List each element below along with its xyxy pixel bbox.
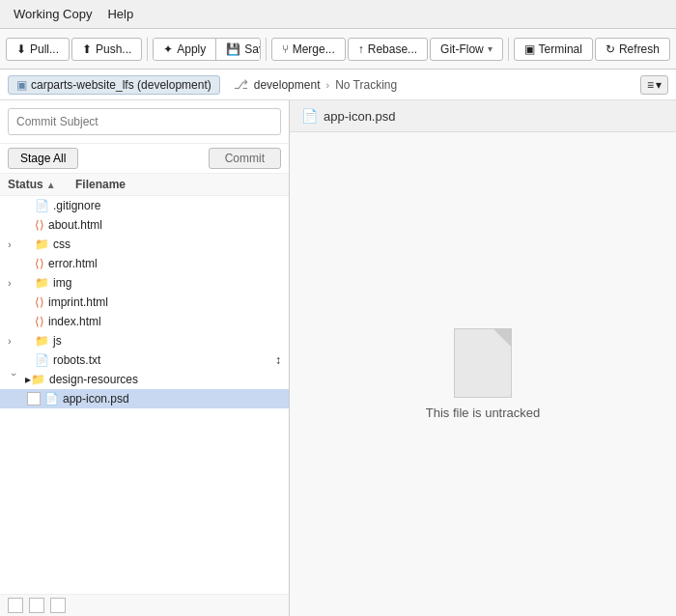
folder-open-icon: 📁 xyxy=(31,373,45,386)
main-content: Stage All Commit Status ▲ Filename 📄 .gi… xyxy=(0,100,676,616)
toolbar: ⬇ Pull... ⬆ Push... ✦ Apply 💾 Save ⑂ Mer… xyxy=(0,29,676,70)
file-preview-placeholder xyxy=(454,328,512,398)
merge-button[interactable]: ⑂ Merge... xyxy=(271,38,346,61)
push-icon: ⬆ xyxy=(82,42,92,56)
branch-path: ⎇ development › No Tracking xyxy=(226,77,634,92)
select-all-checkbox[interactable] xyxy=(8,598,23,613)
list-item[interactable]: ⟨⟩ error.html xyxy=(0,254,289,273)
separator xyxy=(508,38,509,61)
push-button[interactable]: ⬆ Push... xyxy=(71,38,142,61)
repo-tab[interactable]: ▣ carparts-website_lfs (development) xyxy=(8,75,220,95)
save-button[interactable]: 💾 Save xyxy=(216,39,261,60)
list-item[interactable]: › 📁 js xyxy=(0,331,289,350)
hamburger-icon: ≡ xyxy=(647,78,654,92)
right-file-icon: 📄 xyxy=(301,108,318,124)
untracked-label: This file is untracked xyxy=(426,406,541,420)
right-filename: app-icon.psd xyxy=(324,109,395,124)
folder-expand-icon: › xyxy=(9,373,20,386)
terminal-icon: ▣ xyxy=(524,42,535,56)
sort-icon: ▲ xyxy=(46,180,56,190)
file-checkbox[interactable] xyxy=(27,392,41,406)
refresh-button[interactable]: ↻ Refresh xyxy=(595,38,670,61)
branch-icon: ⎇ xyxy=(234,77,248,92)
list-item[interactable]: › 📁 css xyxy=(0,235,289,254)
right-panel-header: 📄 app-icon.psd xyxy=(290,100,676,132)
apply-button[interactable]: ✦ Apply xyxy=(154,39,216,60)
list-item[interactable]: › 📁 img xyxy=(0,273,289,293)
html-icon: ⟨⟩ xyxy=(35,295,44,309)
terminal-button[interactable]: ▣ Terminal xyxy=(514,38,593,61)
stage-commit-row: Stage All Commit xyxy=(0,144,289,174)
separator xyxy=(266,38,267,61)
save-icon: 💾 xyxy=(226,42,240,56)
chevron-down-icon: ▾ xyxy=(656,78,662,92)
apply-save-group: ✦ Apply 💾 Save xyxy=(153,38,261,61)
right-panel-content: This file is untracked xyxy=(290,132,676,616)
list-item[interactable]: 📄 robots.txt ↕ xyxy=(0,350,289,370)
right-panel: 📄 app-icon.psd This file is untracked xyxy=(290,100,676,616)
html-icon: ⟨⟩ xyxy=(35,257,44,270)
merge-icon: ⑂ xyxy=(282,42,289,56)
stage-all-button[interactable]: Stage All xyxy=(8,148,78,169)
apply-icon: ✦ xyxy=(163,42,173,56)
commit-input-area xyxy=(0,100,289,144)
file-list: 📄 .gitignore ⟨⟩ about.html › 📁 css ⟨⟩ er… xyxy=(0,196,289,594)
psd-icon: 📄 xyxy=(44,392,59,406)
repo-icon: ▣ xyxy=(16,78,27,92)
folder-icon: 📁 xyxy=(35,276,49,290)
list-item[interactable]: ⟨⟩ index.html xyxy=(0,312,289,331)
branch-menu-button[interactable]: ≡ ▾ xyxy=(640,75,668,95)
bottom-controls-row xyxy=(0,594,289,616)
list-item[interactable]: ⟨⟩ imprint.html xyxy=(0,293,289,312)
html-icon: ⟨⟩ xyxy=(35,218,44,232)
list-item[interactable]: ⟨⟩ about.html xyxy=(0,215,289,235)
checkbox-c[interactable] xyxy=(50,598,66,613)
pull-button[interactable]: ⬇ Pull... xyxy=(6,38,70,61)
commit-subject-input[interactable] xyxy=(8,108,281,135)
menubar: Working Copy Help xyxy=(0,0,676,29)
filename-column-header: Filename xyxy=(75,178,126,191)
status-column-header[interactable]: Status ▲ xyxy=(8,178,75,191)
list-item[interactable]: › ▸ 📁 design-resources xyxy=(0,370,289,389)
rebase-icon: ↑ xyxy=(358,42,364,56)
left-panel: Stage All Commit Status ▲ Filename 📄 .gi… xyxy=(0,100,290,616)
menu-working-copy[interactable]: Working Copy xyxy=(6,5,99,23)
html-icon: ⟨⟩ xyxy=(35,315,44,328)
folder-icon: 📁 xyxy=(35,334,49,348)
txt-icon: 📄 xyxy=(35,353,49,367)
branchbar: ▣ carparts-website_lfs (development) ⎇ d… xyxy=(0,70,676,100)
folder-expand-icon: › xyxy=(8,238,21,250)
separator xyxy=(147,38,148,61)
refresh-icon: ↻ xyxy=(606,42,615,56)
branch-path-chevron: › xyxy=(325,79,329,91)
gitflow-button[interactable]: Git-Flow ▾ xyxy=(430,38,503,61)
list-item[interactable]: 📄 app-icon.psd xyxy=(0,389,289,408)
list-item[interactable]: 📄 .gitignore xyxy=(0,196,289,215)
cursor-icon: ↕ xyxy=(275,353,281,367)
menu-help[interactable]: Help xyxy=(99,5,141,23)
commit-button[interactable]: Commit xyxy=(209,148,281,169)
folder-icon: 📁 xyxy=(35,238,49,251)
gitflow-arrow-icon: ▾ xyxy=(488,43,493,54)
pull-icon: ⬇ xyxy=(16,42,26,56)
folder-expand-icon: › xyxy=(8,335,21,347)
file-icon: 📄 xyxy=(35,199,49,212)
rebase-button[interactable]: ↑ Rebase... xyxy=(348,38,428,61)
checkbox-b[interactable] xyxy=(29,598,44,613)
folder-expand-icon: › xyxy=(8,277,21,289)
file-list-header: Status ▲ Filename xyxy=(0,174,289,196)
